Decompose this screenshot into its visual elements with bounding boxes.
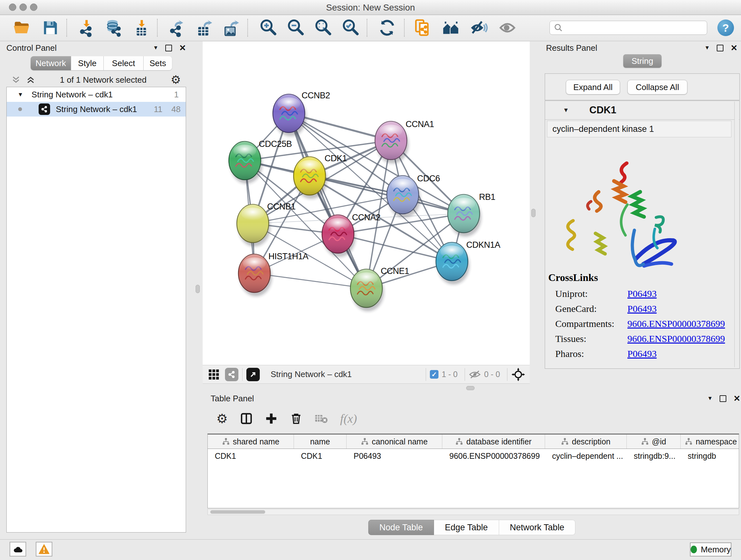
network-row[interactable]: String Network – cdk1 11 48	[7, 102, 186, 117]
statusbar-separator	[465, 368, 465, 381]
panel-float-icon[interactable]	[165, 45, 172, 51]
network-node-HIST1H1A[interactable]	[239, 254, 272, 296]
tab-sets[interactable]: Sets	[144, 56, 172, 70]
panel-close-icon[interactable]: ✕	[733, 394, 740, 403]
tab-edge-table[interactable]: Edge Table	[434, 520, 499, 535]
column-header-canonical-name[interactable]: canonical name	[347, 435, 442, 449]
network-node-CCNA2[interactable]	[322, 215, 355, 257]
grid-view-icon[interactable]	[208, 368, 220, 381]
zoom-fit-button[interactable]	[312, 17, 334, 38]
network-node-CDK1[interactable]	[293, 157, 327, 199]
add-column-icon[interactable]	[265, 412, 278, 425]
birdseye-view-icon[interactable]	[246, 368, 260, 381]
gene-expand-icon[interactable]: ▼	[563, 107, 569, 114]
import-network-file-button[interactable]	[75, 17, 97, 38]
first-neighbors-button[interactable]	[440, 17, 462, 38]
tab-network-table[interactable]: Network Table	[499, 520, 576, 535]
save-session-button[interactable]	[40, 17, 61, 38]
panel-close-icon[interactable]: ✕	[731, 43, 738, 53]
show-all-button[interactable]	[496, 17, 518, 38]
node-label-HIST1H1A: HIST1H1A	[268, 252, 309, 261]
export-network-button[interactable]	[167, 17, 189, 38]
table-cell[interactable]: CDK1	[208, 449, 294, 463]
panel-float-icon[interactable]	[720, 395, 726, 402]
column-header--id[interactable]: @id	[627, 435, 681, 449]
crosslink-link[interactable]: P06493	[627, 288, 657, 299]
string-view-icon[interactable]	[225, 368, 239, 381]
network-node-CDC6[interactable]	[387, 176, 420, 218]
table-options-gear-icon[interactable]: ⚙	[216, 412, 228, 425]
delete-table-icon[interactable]	[315, 413, 328, 424]
panel-collapse-icon[interactable]: ▼	[153, 45, 158, 51]
table-horizontal-scrollbar[interactable]	[207, 509, 739, 515]
refresh-view-button[interactable]	[376, 17, 398, 38]
copy-network-button[interactable]	[412, 17, 434, 38]
export-image-button[interactable]	[221, 17, 243, 38]
tab-node-table[interactable]: Node Table	[368, 520, 434, 535]
table-cell[interactable]: cyclin–dependent ...	[545, 449, 627, 463]
panel-float-icon[interactable]	[717, 45, 724, 51]
left-splitter-handle[interactable]	[196, 285, 200, 293]
scrollbar-thumb[interactable]	[210, 510, 265, 514]
table-cell[interactable]: CDK1	[294, 449, 347, 463]
collapse-all-button[interactable]: Collapse All	[627, 80, 687, 95]
delete-column-icon[interactable]	[290, 412, 302, 425]
expand-all-button[interactable]: Expand All	[566, 80, 620, 95]
selected-checkbox-icon[interactable]: ✓	[430, 370, 439, 379]
table-cell[interactable]: 9606.ENSP00000378699	[442, 449, 545, 463]
memory-label: Memory	[701, 545, 731, 555]
collapse-all-networks-icon[interactable]	[11, 75, 21, 84]
import-table-file-button[interactable]	[131, 17, 152, 38]
function-builder-icon[interactable]: f(x)	[340, 412, 357, 426]
warnings-button[interactable]	[36, 542, 52, 557]
panel-collapse-icon[interactable]: ▼	[704, 45, 710, 51]
column-header-namespace[interactable]: namespace	[681, 435, 739, 449]
zoom-out-button[interactable]	[285, 17, 307, 38]
cloud-button[interactable]	[10, 542, 26, 557]
network-node-CCNB2[interactable]	[273, 94, 307, 136]
network-collection-row[interactable]: ▼ String Network – cdk1 1	[7, 87, 186, 102]
export-table-button[interactable]	[194, 17, 216, 38]
network-node-CCNB1[interactable]	[237, 204, 270, 246]
network-node-CCNE1[interactable]	[350, 269, 384, 311]
edge-CCNB2-CCNE1[interactable]	[289, 113, 366, 288]
column-header-database-identifier[interactable]: database identifier	[442, 435, 545, 449]
crosslink-link[interactable]: 9606.ENSP00000378699	[627, 333, 725, 344]
gene-header[interactable]: ▼ CDK1	[545, 101, 739, 120]
memory-button[interactable]: Memory	[690, 543, 731, 557]
crosslink-link[interactable]: 9606.ENSP00000378699	[627, 318, 725, 329]
zoom-in-button[interactable]	[257, 17, 279, 38]
collection-expand-icon[interactable]: ▼	[17, 91, 23, 98]
network-options-gear-icon[interactable]: ⚙	[171, 74, 181, 85]
network-node-RB1[interactable]	[448, 194, 481, 237]
network-node-CCNA1[interactable]	[375, 121, 408, 164]
network-graph[interactable]: CCNB2CCNA1CDC25BCDK1CDC6RB1CCNB1CCNA2CDK…	[203, 42, 530, 365]
zoom-selected-button[interactable]	[340, 17, 361, 38]
table-row[interactable]: CDK1CDK1P064939606.ENSP00000378699cyclin…	[208, 449, 739, 463]
pan-crosshair-icon[interactable]	[511, 368, 525, 381]
column-header-name[interactable]: name	[294, 435, 347, 449]
right-splitter-handle[interactable]	[531, 209, 536, 217]
column-header-shared-name[interactable]: shared name	[208, 435, 294, 449]
help-button[interactable]: ?	[718, 19, 734, 36]
network-node-CDKN1A[interactable]	[436, 242, 469, 285]
import-network-database-button[interactable]	[103, 17, 124, 38]
panel-close-icon[interactable]: ✕	[179, 43, 186, 53]
crosslink-link[interactable]: P06493	[627, 348, 657, 359]
table-cell[interactable]: stringdb:9...	[627, 449, 681, 463]
tab-select[interactable]: Select	[104, 56, 144, 70]
panel-collapse-icon[interactable]: ▼	[707, 395, 713, 401]
tab-string[interactable]: String	[623, 54, 662, 68]
crosslink-link[interactable]: P06493	[627, 303, 657, 314]
show-columns-icon[interactable]	[240, 412, 253, 425]
column-header-description[interactable]: description	[545, 435, 627, 449]
table-cell[interactable]: P06493	[347, 449, 442, 463]
results-scrollbar[interactable]	[734, 102, 739, 367]
tab-network[interactable]: Network	[30, 56, 71, 70]
tab-style[interactable]: Style	[71, 56, 104, 70]
search-input[interactable]	[566, 23, 703, 33]
table-cell[interactable]: stringdb	[681, 449, 739, 463]
open-session-button[interactable]	[11, 17, 32, 38]
expand-all-networks-icon[interactable]	[25, 75, 36, 84]
hide-selected-button[interactable]	[468, 17, 489, 38]
